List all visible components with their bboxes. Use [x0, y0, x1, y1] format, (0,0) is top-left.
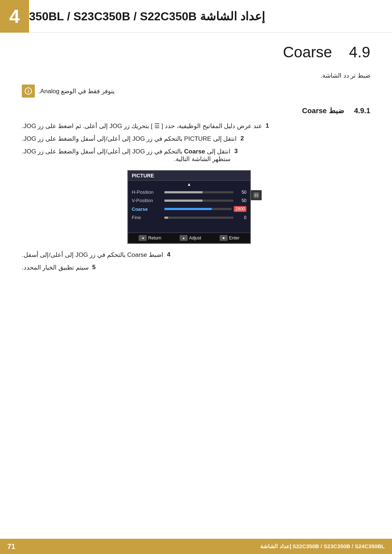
- section-title-en: Coarse: [283, 44, 332, 61]
- menu-row-vposition: V-Position 50: [128, 196, 250, 205]
- step-1-number: 1: [266, 122, 274, 130]
- step-1-text: عند عرض دليل المفاتيح الوظيفية، حدد [ ☰ …: [22, 122, 262, 130]
- return-btn: ◄: [139, 235, 147, 241]
- step-3-text: انتقل إلى Coarse بالتحكم في زر JOG إلى أ…: [22, 148, 230, 163]
- step-4: 4 اضبط Coarse بالتحكم في زر JOG إلى أعلى…: [22, 251, 370, 259]
- section-title: Coarse 4.9: [22, 44, 370, 61]
- menu-screenshot: PICTURE ▲ H-Position 50: [22, 170, 370, 244]
- osd-menu: PICTURE ▲ H-Position 50: [127, 170, 251, 244]
- jog-icon: [251, 190, 262, 200]
- fine-label: Fine: [132, 215, 164, 220]
- svg-text:i: i: [28, 89, 29, 94]
- page-footer: S22C350B / S23C350B / S24C350BL إعداد ال…: [0, 539, 392, 554]
- enter-label: Enter: [229, 235, 240, 241]
- menu-row-coarse: Coarse 2800: [128, 205, 250, 213]
- chapter-number: 4: [0, 0, 29, 33]
- footer-return: ◄ Return: [139, 235, 161, 241]
- step-1: 1 عند عرض دليل المفاتيح الوظيفية، حدد [ …: [22, 122, 370, 130]
- section-description: ضبط تر دد الشاشة.: [22, 72, 370, 79]
- main-content: Coarse 4.9 ضبط تر دد الشاشة. يتوفر فقط ف…: [0, 33, 392, 290]
- footer-page-number: 71: [7, 542, 15, 551]
- menu-footer: ◄ Return ▲ Adjust ■ Enter: [128, 233, 250, 243]
- step-2-text: انتقل إلى PICTURE بالتحكم في زر JOG إلى …: [22, 135, 237, 143]
- subsection-heading: 4.9.1 ضبط Coarse: [22, 106, 370, 115]
- fine-bar: 0: [164, 215, 246, 220]
- svg-rect-2: [254, 193, 259, 198]
- menu-arrow-up: ▲: [128, 181, 250, 188]
- subsection-title: ضبط Coarse: [302, 107, 344, 115]
- steps-list-2: 4 اضبط Coarse بالتحكم في زر JOG إلى أعلى…: [22, 251, 370, 271]
- adjust-btn: ▲: [180, 235, 188, 241]
- step-3: 3 انتقل إلى Coarse بالتحكم في زر JOG إلى…: [22, 148, 370, 163]
- hposition-label: H-Position: [132, 189, 164, 195]
- coarse-label: Coarse: [132, 206, 164, 212]
- hposition-bar: 50: [164, 190, 246, 195]
- footer-enter: ■ Enter: [220, 235, 240, 241]
- vposition-bar: 50: [164, 198, 246, 203]
- menu-row-hposition: H-Position 50: [128, 188, 250, 196]
- section-title-number: 4.9: [349, 44, 370, 61]
- menu-row-fine: Fine 0: [128, 213, 250, 222]
- note-box: يتوفر فقط في الوضع Analog. i: [22, 85, 370, 98]
- note-text: يتوفر فقط في الوضع Analog.: [38, 87, 115, 95]
- step-3-number: 3: [234, 148, 242, 155]
- step-2: 2 انتقل إلى PICTURE بالتحكم في زر JOG إل…: [22, 135, 370, 143]
- return-label: Return: [148, 235, 161, 241]
- steps-list: 1 عند عرض دليل المفاتيح الوظيفية، حدد [ …: [22, 122, 370, 163]
- adjust-label: Adjust: [189, 235, 201, 241]
- note-icon: i: [22, 85, 35, 98]
- svg-rect-3: [255, 194, 256, 197]
- page-header: 4 إعداد الشاشة S24C350BL / S23C350B / S2…: [0, 0, 392, 33]
- step-4-text: اضبط Coarse بالتحكم في زر JOG إلى أعلى/إ…: [22, 251, 163, 259]
- step-5-text: سيتم تطبيق الخيار المحدد.: [22, 264, 89, 271]
- menu-title: PICTURE: [128, 171, 250, 181]
- footer-adjust: ▲ Adjust: [180, 235, 201, 241]
- coarse-bar: 2800: [164, 206, 246, 212]
- vposition-label: V-Position: [132, 198, 164, 203]
- svg-rect-4: [257, 194, 258, 197]
- step-5: 5 سيتم تطبيق الخيار المحدد.: [22, 264, 370, 271]
- step-5-number: 5: [92, 264, 100, 271]
- fine-value: 0: [236, 215, 246, 220]
- header-title: إعداد الشاشة S24C350BL / S23C350B / S22C…: [0, 9, 265, 23]
- footer-left-text: S22C350B / S23C350B / S24C350BL إعداد ال…: [260, 543, 385, 550]
- subsection-number: 4.9.1: [354, 107, 370, 115]
- step-2-number: 2: [240, 135, 248, 142]
- step-4-number: 4: [167, 251, 175, 258]
- vposition-value: 50: [236, 198, 246, 203]
- coarse-value: 2800: [234, 206, 246, 212]
- hposition-value: 50: [236, 190, 246, 195]
- enter-btn: ■: [220, 235, 228, 241]
